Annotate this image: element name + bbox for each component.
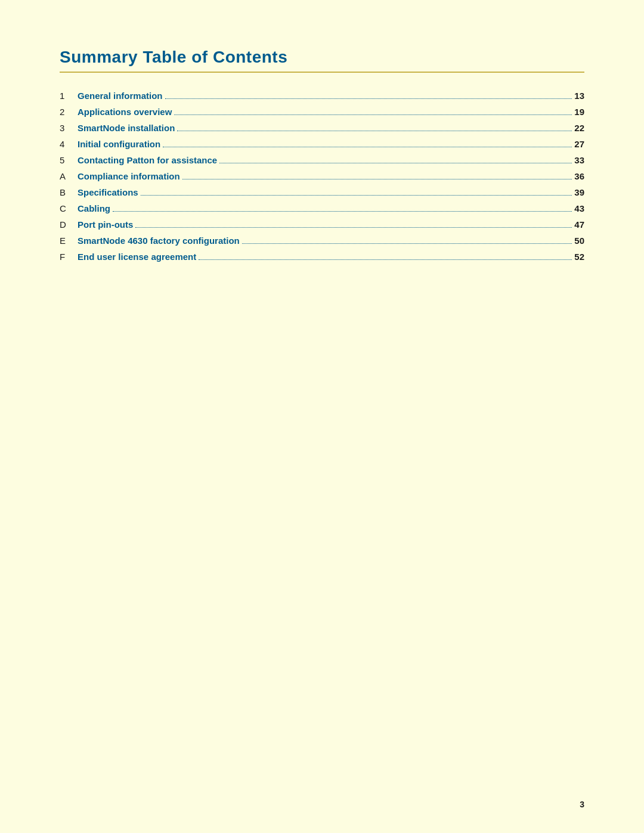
toc-entry-page: 39	[574, 187, 584, 197]
toc-entry-link[interactable]: SmartNode 4630 factory configuration	[78, 236, 240, 246]
toc-entry-dots	[135, 227, 572, 228]
page-number: 3	[580, 800, 584, 809]
page-title: Summary Table of Contents	[60, 48, 584, 67]
toc-entry-dots	[199, 259, 572, 260]
toc-entry-dots	[219, 163, 572, 163]
toc-entry-page: 43	[574, 203, 584, 213]
toc-entry-dots	[113, 211, 572, 212]
toc-row: 3SmartNode installation22	[60, 123, 584, 133]
toc-entry-number: C	[60, 203, 78, 213]
toc-entry-number: D	[60, 219, 78, 230]
toc-entry-number: 2	[60, 107, 78, 117]
toc-entry-page: 50	[574, 236, 584, 246]
toc-row: 2Applications overview19	[60, 107, 584, 117]
toc-entry-number: E	[60, 236, 78, 246]
toc-entry-number: 1	[60, 91, 78, 101]
toc-entry-dots	[174, 114, 572, 115]
toc-entry-page: 52	[574, 252, 584, 262]
toc-entry-dots	[182, 179, 572, 179]
toc-row: CCabling43	[60, 203, 584, 213]
toc-entry-link[interactable]: End user license agreement	[78, 252, 196, 262]
toc-entry-number: 3	[60, 123, 78, 133]
toc-entry-page: 19	[574, 107, 584, 117]
toc-entry-link[interactable]: Port pin-outs	[78, 219, 133, 230]
toc-entry-link[interactable]: Compliance information	[78, 171, 180, 181]
toc-row: FEnd user license agreement52	[60, 252, 584, 262]
toc-entry-link[interactable]: Specifications	[78, 187, 138, 197]
toc-entry-number: F	[60, 252, 78, 262]
toc-entry-dots	[141, 195, 572, 196]
toc-entry-dots	[165, 98, 572, 99]
toc-entry-page: 47	[574, 219, 584, 230]
toc-entry-link[interactable]: Initial configuration	[78, 139, 160, 149]
toc-row: 1General information13	[60, 91, 584, 101]
title-divider	[60, 72, 584, 73]
toc-entry-link[interactable]: General information	[78, 91, 163, 101]
toc-row: BSpecifications39	[60, 187, 584, 197]
toc-row: 4Initial configuration27	[60, 139, 584, 149]
toc-entry-page: 22	[574, 123, 584, 133]
toc-entry-page: 36	[574, 171, 584, 181]
toc-entry-link[interactable]: Applications overview	[78, 107, 172, 117]
toc-entry-number: 4	[60, 139, 78, 149]
toc-entry-page: 13	[574, 91, 584, 101]
toc-entry-link[interactable]: Cabling	[78, 203, 110, 213]
toc-row: ACompliance information36	[60, 171, 584, 181]
toc-entry-page: 27	[574, 139, 584, 149]
page-container: Summary Table of Contents 1General infor…	[0, 0, 644, 315]
toc-entry-link[interactable]: Contacting Patton for assistance	[78, 155, 217, 165]
toc-entry-dots	[163, 147, 572, 147]
toc-entry-number: A	[60, 171, 78, 181]
toc-row: ESmartNode 4630 factory configuration50	[60, 236, 584, 246]
toc-entry-number: 5	[60, 155, 78, 165]
toc-entry-link[interactable]: SmartNode installation	[78, 123, 175, 133]
toc-entry-number: B	[60, 187, 78, 197]
toc-row: 5Contacting Patton for assistance33	[60, 155, 584, 165]
toc-entry-dots	[177, 131, 572, 131]
toc-row: DPort pin-outs47	[60, 219, 584, 230]
toc-entries: 1General information132Applications over…	[60, 91, 584, 262]
toc-entry-dots	[242, 243, 572, 244]
toc-entry-page: 33	[574, 155, 584, 165]
